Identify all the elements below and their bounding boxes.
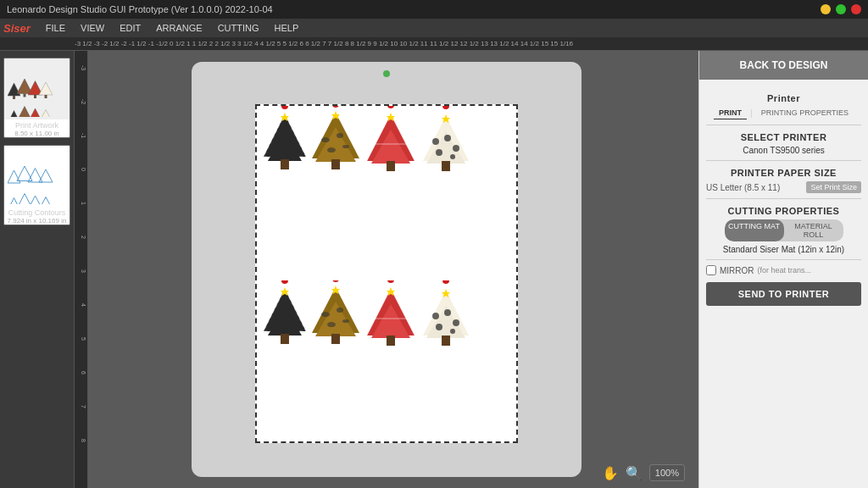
svg-marker-21 [17,193,32,204]
divider-1 [706,125,861,125]
tab-print[interactable]: PRINT [714,107,747,119]
cutting-props-label: CUTTING PROPERTIES [706,206,861,216]
svg-text:6: 6 [81,371,86,374]
svg-rect-1 [13,96,15,99]
menu-file[interactable]: FILE [39,21,72,35]
svg-marker-22 [28,196,42,204]
ruler-top: -3 1/2 -3 -2 1/2 -2 -1 1/2 -1 -1/2 0 1/2… [0,37,868,51]
printer-section-title: Printer [706,93,861,103]
set-print-size-button[interactable]: Set Print Size [806,181,861,193]
minimize-btn[interactable] [821,4,831,14]
thumb-print-artwork[interactable]: Print Artwork 8.50 x 11.00 in [3,58,70,138]
titlebar-title: Leonardo Design Studio GUI Prototype (Ve… [7,4,273,14]
svg-rect-39 [281,159,289,169]
svg-point-68 [442,106,449,109]
svg-point-45 [337,133,343,138]
svg-marker-8 [8,110,20,117]
mat-value: Standard Siser Mat (12in x 12in) [706,245,861,254]
svg-point-58 [387,106,394,108]
svg-point-46 [327,147,336,152]
toggle-material-roll[interactable]: MATERIAL ROLL [784,219,843,241]
divider-3 [706,198,861,199]
menu-arrange[interactable]: ARRANGE [149,21,209,35]
thumb-artwork-size: 8.50 x 11.00 in [4,130,70,137]
select-printer-label: SELECT PRINTER [706,132,861,142]
paper-size-row: US Letter (8.5 x 11) Set Print Size [706,181,861,193]
svg-rect-7 [45,95,47,98]
toggle-cutting-mat[interactable]: CUTTING MAT [725,219,784,241]
svg-rect-81 [331,334,340,344]
brand-logo: Siser [3,22,31,35]
svg-text:-3: -3 [81,65,86,70]
svg-point-96 [453,319,459,326]
thumb-contour-image [4,146,70,207]
svg-point-47 [342,145,349,148]
svg-marker-6 [39,82,53,95]
svg-rect-66 [442,161,450,171]
divider-2 [706,160,861,161]
svg-point-83 [332,280,339,282]
svg-marker-12 [28,108,42,117]
trees-top-svg [257,106,516,267]
back-to-design-button[interactable]: BACK TO DESIGN [699,51,868,80]
svg-point-79 [327,322,336,327]
canvas-toolbar: ✋ 🔍 100% [602,464,685,481]
svg-rect-72 [281,334,289,344]
svg-text:8: 8 [81,439,86,442]
zoom-level-btn[interactable]: 100% [649,464,685,481]
mirror-checkbox[interactable] [706,265,716,275]
titlebar-controls [821,4,861,14]
svg-rect-3 [24,93,26,97]
tabs-separator: | [750,107,753,119]
menu-view[interactable]: VIEW [74,21,111,35]
svg-point-98 [450,329,455,334]
ruler-left-svg: -3 -2 -1 0 1 2 3 4 5 6 7 8 [75,51,88,466]
svg-text:4: 4 [81,303,86,307]
thumb-contour-label: Cutting Contours [4,208,70,217]
svg-marker-14 [39,109,53,117]
svg-point-78 [337,308,343,313]
thumb-contour-size: 7.924 in x 10.169 in [4,217,70,225]
titlebar: Leonardo Design Studio GUI Prototype (Ve… [0,0,868,19]
svg-point-64 [436,149,442,156]
mirror-row: MIRROR (for heat trans... [706,265,861,275]
svg-rect-99 [442,336,450,346]
trees-bottom-svg [257,280,516,441]
printer-tabs: PRINT | PRINTING PROPERTIES [706,107,861,119]
ruler-left: -3 -2 -1 0 1 2 3 4 5 6 7 8 [75,51,88,488]
right-panel-body: Printer PRINT | PRINTING PROPERTIES SELE… [699,80,868,488]
svg-rect-56 [387,161,395,171]
svg-text:3: 3 [81,269,86,273]
canvas-area: -3 -2 -1 0 1 2 3 4 5 6 7 8 [75,51,698,488]
svg-point-61 [432,138,439,145]
svg-text:-1: -1 [81,133,86,138]
thumb-art-image [4,58,70,119]
svg-text:7: 7 [81,405,86,408]
svg-text:1: 1 [81,202,86,205]
svg-text:2: 2 [81,236,86,239]
svg-text:5: 5 [81,337,86,341]
svg-point-63 [453,145,459,152]
svg-rect-48 [331,159,340,169]
close-btn[interactable] [851,4,861,14]
menu-edit[interactable]: EDIT [113,21,147,35]
svg-rect-5 [34,95,36,98]
svg-point-44 [321,137,330,142]
svg-point-74 [281,280,288,284]
svg-point-91 [387,280,394,283]
menu-cutting[interactable]: CUTTING [211,21,266,35]
svg-point-80 [342,319,349,323]
mirror-note: (for heat trans... [758,266,812,274]
svg-rect-89 [387,336,395,346]
thumb-cutting-contours[interactable]: Cutting Contours 7.924 in x 10.169 in [3,145,70,225]
hand-tool-icon[interactable]: ✋ [602,465,619,481]
maximize-btn[interactable] [836,4,846,14]
zoom-tool-icon[interactable]: 🔍 [626,465,643,481]
thumb-art-svg [8,62,67,117]
svg-point-77 [321,312,330,317]
svg-point-62 [444,135,451,141]
send-to-printer-button[interactable]: SEND TO PRINTER [706,282,861,306]
tab-printing-properties[interactable]: PRINTING PROPERTIES [756,107,854,119]
menu-help[interactable]: HELP [268,21,306,35]
svg-point-101 [442,280,449,284]
